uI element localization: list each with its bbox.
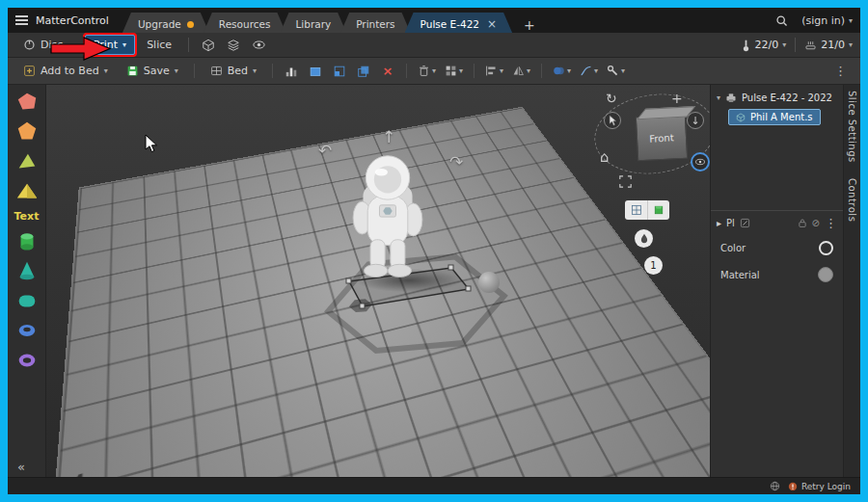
- visibility-eye-icon[interactable]: [248, 36, 269, 55]
- collapse-sidebar-button[interactable]: «: [17, 460, 25, 474]
- sign-in-label: (sign in): [801, 14, 845, 27]
- shape-cone[interactable]: [14, 259, 40, 282]
- render-mode-solid-button[interactable]: [647, 200, 669, 220]
- new-tab-button[interactable]: +: [514, 17, 545, 33]
- render-mode-grid-button[interactable]: [625, 200, 647, 220]
- properties-header: ▸ Pl ⊘ ⋮: [711, 211, 843, 235]
- tab-library[interactable]: Library: [280, 13, 346, 33]
- close-tab-icon[interactable]: ×: [487, 18, 497, 30]
- view-cube[interactable]: Front: [636, 115, 688, 162]
- curve-dropdown-button[interactable]: ▾: [577, 62, 601, 81]
- visibility-toggle-icon[interactable]: [691, 152, 710, 172]
- hotend-temperature-control[interactable]: 22/0 ▾: [741, 39, 787, 52]
- retry-login-button[interactable]: Retry Login: [788, 482, 851, 491]
- paint-brush-tool-icon[interactable]: [635, 229, 653, 248]
- tab-label: Pulse E-422: [420, 18, 479, 30]
- notification-dot-icon: [187, 21, 194, 28]
- print-toolbar: Disc... Print ▾ Slice 22/0: [8, 33, 860, 58]
- chevron-right-icon[interactable]: ▸: [717, 218, 721, 228]
- shape-cylinder[interactable]: [14, 229, 40, 252]
- zoom-in-icon[interactable]: +: [671, 91, 683, 106]
- material-swatch[interactable]: [818, 267, 833, 282]
- shape-text-tool[interactable]: Text: [14, 210, 40, 223]
- model-view-icon[interactable]: [198, 36, 219, 55]
- tab-upgrade[interactable]: Upgrade: [122, 13, 209, 33]
- hotend-temp-value: 22/0: [755, 39, 779, 51]
- lock-icon[interactable]: [798, 218, 807, 228]
- shape-blob[interactable]: [14, 289, 40, 312]
- edit-icon[interactable]: [740, 218, 750, 228]
- sign-in-button[interactable]: (sign in) ▾: [801, 14, 853, 27]
- lay-flat-icon-button[interactable]: [305, 62, 326, 81]
- duplicate-icon-button[interactable]: [353, 62, 374, 81]
- save-button[interactable]: Save ▾: [119, 62, 186, 80]
- pan-hand-icon[interactable]: [604, 112, 621, 129]
- color-swatch[interactable]: [819, 241, 833, 255]
- overflow-menu-icon[interactable]: ⋮: [828, 64, 853, 78]
- tab-label: Library: [295, 18, 331, 30]
- look-down-icon[interactable]: ↓: [687, 112, 704, 129]
- tab-resources[interactable]: Resources: [203, 13, 286, 33]
- arrange-dropdown-button[interactable]: ▾: [442, 62, 466, 81]
- selected-model-item[interactable]: Phil A Ment.s: [728, 109, 821, 125]
- connect-icon: [23, 39, 36, 51]
- scene-panel: ▾ Pulse E-422 - 2022 Phil A Ment.s ▸ Pl …: [710, 85, 843, 477]
- combine-dropdown-button[interactable]: ▾: [550, 62, 574, 81]
- chevron-down-icon: ▾: [104, 66, 108, 75]
- search-icon[interactable]: [771, 11, 792, 30]
- expand-view-icon[interactable]: [619, 175, 632, 188]
- chevron-down-icon: ▾: [432, 66, 436, 75]
- align-dropdown-button[interactable]: ▾: [482, 62, 506, 81]
- bed-temperature-control[interactable]: 21/0 ▾: [804, 39, 853, 51]
- shape-wedge[interactable]: [14, 150, 40, 173]
- bed-label: Bed: [228, 65, 248, 77]
- astronaut-model[interactable]: [338, 146, 438, 291]
- make-support-icon-button[interactable]: [329, 62, 350, 81]
- reset-view-icon[interactable]: ↻: [606, 91, 617, 106]
- viewport-3d[interactable]: 5 6 7 8 9 10 11 12 13 14 15 16 17 18: [46, 85, 710, 477]
- printer-icon: [725, 92, 737, 103]
- no-support-icon[interactable]: ⊘: [812, 218, 820, 228]
- chevron-down-icon: ▾: [849, 40, 853, 49]
- add-to-bed-button[interactable]: Add to Bed ▾: [15, 62, 116, 80]
- shape-torus[interactable]: [14, 319, 40, 342]
- shape-rock[interactable]: [14, 91, 40, 114]
- mirror-dropdown-button[interactable]: ▾: [509, 62, 533, 81]
- properties-overflow-icon[interactable]: ⋮: [825, 216, 837, 230]
- shape-pentagon[interactable]: [14, 120, 40, 144]
- slice-button[interactable]: Slice: [139, 36, 179, 54]
- move-up-gizmo-icon[interactable]: ↑: [382, 127, 395, 146]
- layers-view-icon[interactable]: [223, 36, 244, 55]
- scene-sphere-object[interactable]: [478, 272, 500, 293]
- chevron-down-icon: ▾: [621, 66, 625, 75]
- advanced-tools-dropdown-button[interactable]: ▾: [604, 62, 628, 81]
- extruder-badge[interactable]: 1: [644, 256, 663, 275]
- bed-options-button[interactable]: Bed ▾: [203, 62, 264, 80]
- home-view-icon[interactable]: ⌂: [600, 148, 610, 166]
- tab-controls[interactable]: Controls: [847, 178, 857, 222]
- selected-model-label: Phil A Ment.s: [750, 112, 813, 122]
- delete-dropdown-button[interactable]: ▾: [415, 62, 439, 81]
- trash-icon: [418, 65, 430, 77]
- tab-slice-settings[interactable]: Slice Settings: [847, 91, 857, 163]
- tab-pulse-e422[interactable]: Pulse E-422 ×: [405, 13, 513, 33]
- shape-tube[interactable]: [14, 349, 40, 372]
- scene-tree-printer-item[interactable]: ▾ Pulse E-422 - 2022: [711, 85, 843, 107]
- shape-pyramid[interactable]: [14, 180, 40, 203]
- remove-icon-button[interactable]: ×: [377, 62, 398, 81]
- wrench-icon: [607, 65, 619, 77]
- rotate-ccw-gizmo-icon[interactable]: ↶: [318, 141, 332, 160]
- color-property-row: Color: [711, 235, 843, 261]
- curve-icon: [580, 65, 592, 77]
- material-property-row: Material: [711, 261, 843, 288]
- main-area: Text « 5 6 7 8 9 10 1: [8, 85, 860, 477]
- tab-printers[interactable]: Printers: [340, 13, 410, 33]
- print-button[interactable]: Print ▾: [85, 35, 135, 55]
- rotate-cw-gizmo-icon[interactable]: ↷: [449, 152, 463, 172]
- sort-height-icon-button[interactable]: [281, 62, 302, 81]
- connect-printer-button[interactable]: Disc...: [15, 36, 81, 54]
- retry-login-label: Retry Login: [801, 482, 851, 491]
- save-floppy-icon: [126, 65, 139, 77]
- chevron-down-icon: ▾: [717, 93, 720, 102]
- menu-icon[interactable]: [15, 15, 28, 25]
